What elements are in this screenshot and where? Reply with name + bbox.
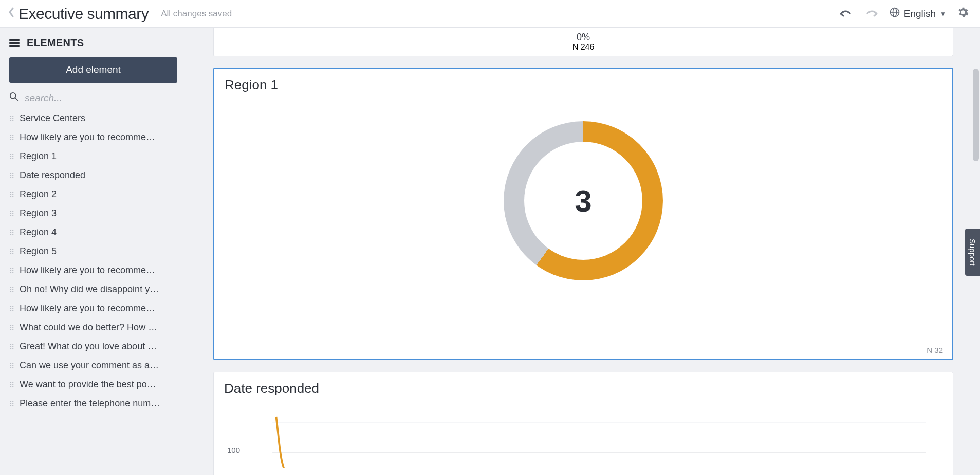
language-selector[interactable]: English ▼ — [884, 7, 951, 20]
drag-handle-icon[interactable]: ⠿ — [9, 345, 14, 348]
list-item[interactable]: ⠿How likely are you to recomme… — [9, 128, 177, 147]
redo-button[interactable] — [859, 10, 884, 18]
elements-sidebar: ELEMENTS Add element ⠿Service Centers ⠿H… — [0, 28, 187, 475]
n-count: N 32 — [927, 346, 943, 354]
back-chevron-icon[interactable] — [5, 7, 19, 21]
list-item[interactable]: ⠿Can we use your comment as a… — [9, 356, 177, 375]
donut-chart: 3 — [504, 121, 663, 280]
list-item[interactable]: ⠿Region 2 — [9, 185, 177, 204]
y-tick-label: 100 — [227, 446, 240, 454]
drag-handle-icon[interactable]: ⠿ — [9, 155, 14, 158]
support-tab[interactable]: Support — [965, 229, 980, 276]
card-nps-partial[interactable]: 0% N 246 — [213, 28, 953, 56]
drag-handle-icon[interactable]: ⠿ — [9, 307, 14, 310]
svg-line-4 — [15, 98, 18, 101]
hamburger-icon — [9, 39, 20, 47]
donut-center-value: 3 — [504, 121, 663, 280]
search-icon — [9, 92, 19, 104]
n-count: N 246 — [214, 43, 953, 52]
sidebar-search — [9, 92, 177, 104]
list-item[interactable]: ⠿Region 1 — [9, 147, 177, 166]
list-item[interactable]: ⠿Region 3 — [9, 204, 177, 223]
drag-handle-icon[interactable]: ⠿ — [9, 231, 14, 234]
drag-handle-icon[interactable]: ⠿ — [9, 383, 14, 386]
settings-button[interactable] — [951, 7, 975, 21]
report-canvas[interactable]: 0% N 246 Region 1 3 N 32 Date responded … — [187, 28, 980, 475]
search-input[interactable] — [25, 92, 177, 104]
list-item[interactable]: ⠿What could we do better? How … — [9, 318, 177, 337]
drag-handle-icon[interactable]: ⠿ — [9, 402, 14, 405]
add-element-button[interactable]: Add element — [9, 57, 177, 83]
drag-handle-icon[interactable]: ⠿ — [9, 136, 14, 139]
line-chart: 100 — [214, 396, 953, 473]
drag-handle-icon[interactable]: ⠿ — [9, 174, 14, 177]
card-region-1[interactable]: Region 1 3 N 32 — [213, 68, 953, 360]
language-label: English — [904, 8, 936, 20]
list-item[interactable]: ⠿How likely are you to recomme… — [9, 299, 177, 318]
card-title: Region 1 — [214, 69, 952, 93]
top-bar: Executive summary All changes saved Engl… — [0, 0, 980, 28]
list-item[interactable]: ⠿Region 5 — [9, 242, 177, 261]
drag-handle-icon[interactable]: ⠿ — [9, 326, 14, 329]
drag-handle-icon[interactable]: ⠿ — [9, 250, 14, 253]
card-date-responded[interactable]: Date responded 100 — [213, 372, 953, 475]
list-item[interactable]: ⠿Please enter the telephone num… — [9, 394, 177, 413]
scrollbar-thumb[interactable] — [973, 69, 979, 161]
sidebar-heading-label: ELEMENTS — [27, 37, 84, 49]
list-item[interactable]: ⠿Region 4 — [9, 223, 177, 242]
list-item[interactable]: ⠿Great! What do you love about … — [9, 337, 177, 356]
drag-handle-icon[interactable]: ⠿ — [9, 193, 14, 196]
drag-handle-icon[interactable]: ⠿ — [9, 212, 14, 215]
drag-handle-icon[interactable]: ⠿ — [9, 117, 14, 120]
list-item[interactable]: ⠿How likely are you to recomme… — [9, 261, 177, 280]
list-item[interactable]: ⠿Date responded — [9, 166, 177, 185]
list-item[interactable]: ⠿We want to provide the best po… — [9, 375, 177, 394]
svg-point-3 — [10, 93, 16, 99]
undo-button[interactable] — [833, 10, 859, 18]
percent-label: 0% — [214, 28, 953, 43]
caret-down-icon: ▼ — [940, 10, 946, 17]
globe-icon — [890, 7, 900, 20]
sidebar-heading: ELEMENTS — [9, 37, 177, 49]
list-item[interactable]: ⠿Oh no! Why did we disappoint y… — [9, 280, 177, 299]
page-title: Executive summary — [19, 5, 149, 23]
drag-handle-icon[interactable]: ⠿ — [9, 364, 14, 367]
list-item[interactable]: ⠿Service Centers — [9, 109, 177, 128]
element-list: ⠿Service Centers ⠿How likely are you to … — [9, 109, 177, 413]
save-status: All changes saved — [161, 9, 232, 19]
card-title: Date responded — [214, 372, 953, 396]
drag-handle-icon[interactable]: ⠿ — [9, 288, 14, 291]
drag-handle-icon[interactable]: ⠿ — [9, 269, 14, 272]
